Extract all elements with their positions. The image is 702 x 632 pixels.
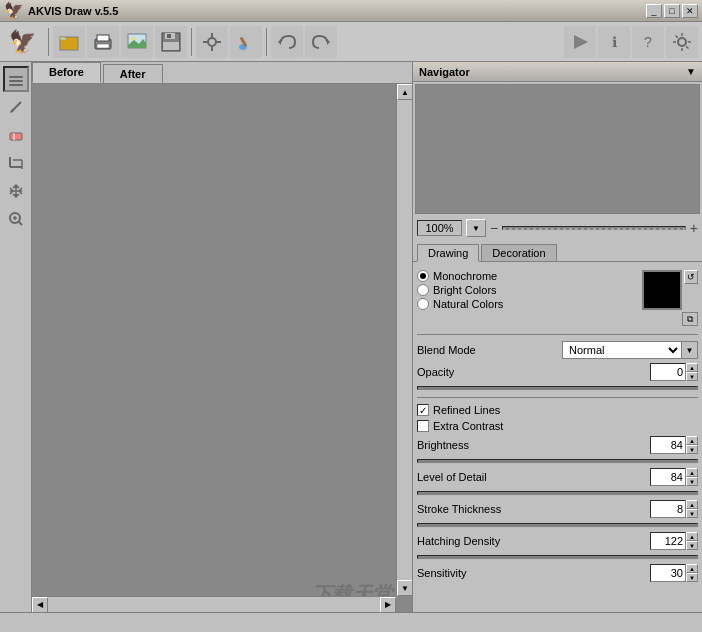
app-icon: 🦅 bbox=[4, 1, 24, 20]
svg-point-22 bbox=[678, 38, 686, 46]
run-button[interactable] bbox=[564, 26, 596, 58]
monochrome-radio[interactable] bbox=[417, 270, 429, 282]
stroke-thickness-label: Stroke Thickness bbox=[417, 503, 501, 515]
zoom-tool-button[interactable] bbox=[3, 206, 29, 232]
zoom-dropdown-button[interactable]: ▼ bbox=[466, 219, 486, 237]
scroll-right-button[interactable]: ▶ bbox=[380, 597, 396, 613]
color-mode-radio-group: Monochrome Bright Colors Natural Colors bbox=[417, 270, 634, 326]
brightness-input[interactable] bbox=[650, 436, 686, 454]
color-mode-section: Monochrome Bright Colors Natural Colors bbox=[417, 266, 698, 330]
extra-contrast-checkbox[interactable] bbox=[417, 420, 429, 432]
refined-lines-checkbox[interactable] bbox=[417, 404, 429, 416]
minimize-button[interactable]: _ bbox=[646, 4, 662, 18]
eraser-tool-button[interactable] bbox=[3, 122, 29, 148]
sensitivity-input[interactable] bbox=[650, 564, 686, 582]
level-of-detail-label: Level of Detail bbox=[417, 471, 487, 483]
hatching-density-spinner: ▲ ▼ bbox=[650, 532, 698, 550]
help-icon: ? bbox=[644, 34, 652, 50]
horizontal-scrollbar[interactable]: ◀ ▶ bbox=[32, 596, 396, 612]
bright-colors-option[interactable]: Bright Colors bbox=[417, 284, 634, 296]
navigator-preview bbox=[415, 84, 700, 214]
brush-button[interactable] bbox=[230, 26, 262, 58]
right-panel: Navigator ▼ 100% ▼ − + Drawing Decoratio… bbox=[412, 62, 702, 612]
hatching-density-label: Hatching Density bbox=[417, 535, 500, 547]
zoom-slider[interactable] bbox=[502, 226, 686, 230]
help-button[interactable]: ? bbox=[632, 26, 664, 58]
print-button[interactable] bbox=[87, 26, 119, 58]
refined-lines-row: Refined Lines bbox=[417, 402, 698, 418]
sensitivity-up-button[interactable]: ▲ bbox=[686, 564, 698, 573]
color-reset-button[interactable]: ↺ bbox=[684, 270, 698, 284]
sensitivity-down-button[interactable]: ▼ bbox=[686, 573, 698, 582]
stroke-thickness-down-button[interactable]: ▼ bbox=[686, 509, 698, 518]
brightness-row: Brightness ▲ ▼ bbox=[417, 434, 698, 456]
scroll-down-button[interactable]: ▼ bbox=[397, 580, 412, 596]
sensitivity-row: Sensitivity ▲ ▼ bbox=[417, 562, 698, 584]
opacity-slider[interactable] bbox=[417, 386, 698, 390]
blend-mode-select[interactable]: Normal bbox=[562, 341, 682, 359]
stroke-thickness-spinner: ▲ ▼ bbox=[650, 500, 698, 518]
redo-button[interactable] bbox=[305, 26, 337, 58]
brightness-down-button[interactable]: ▼ bbox=[686, 445, 698, 454]
svg-marker-20 bbox=[327, 39, 330, 45]
title-bar: 🦅 AKVIS Draw v.5.5 _ □ ✕ bbox=[0, 0, 702, 22]
pan-tool-button[interactable] bbox=[3, 178, 29, 204]
natural-colors-radio[interactable] bbox=[417, 298, 429, 310]
open-file-button[interactable] bbox=[53, 26, 85, 58]
blend-mode-dropdown[interactable]: ▼ bbox=[682, 341, 698, 359]
stroke-thickness-slider-row bbox=[417, 520, 698, 530]
stroke-thickness-slider[interactable] bbox=[417, 523, 698, 527]
after-tab[interactable]: After bbox=[103, 64, 163, 83]
hatching-density-input[interactable] bbox=[650, 532, 686, 550]
opacity-down-button[interactable]: ▼ bbox=[686, 372, 698, 381]
info-button[interactable]: ℹ bbox=[598, 26, 630, 58]
opacity-row: Opacity ▲ ▼ bbox=[417, 361, 698, 383]
settings-button[interactable] bbox=[196, 26, 228, 58]
save-button[interactable] bbox=[155, 26, 187, 58]
level-of-detail-slider[interactable] bbox=[417, 491, 698, 495]
copy-color-button[interactable]: ⧉ bbox=[682, 312, 698, 326]
opacity-spinner: ▲ ▼ bbox=[650, 363, 698, 381]
svg-rect-10 bbox=[167, 34, 171, 38]
pencil-tool-button[interactable] bbox=[3, 94, 29, 120]
opacity-input[interactable] bbox=[650, 363, 686, 381]
before-tab[interactable]: Before bbox=[32, 62, 101, 83]
stroke-thickness-input[interactable] bbox=[650, 500, 686, 518]
brightness-slider[interactable] bbox=[417, 459, 698, 463]
undo-button[interactable] bbox=[271, 26, 303, 58]
level-of-detail-input[interactable] bbox=[650, 468, 686, 486]
svg-rect-3 bbox=[97, 35, 109, 41]
svg-rect-11 bbox=[163, 42, 179, 50]
scroll-up-button[interactable]: ▲ bbox=[397, 84, 412, 100]
canvas-area: Before After 下载天堂 ▲ ▼ ◀ ▶ bbox=[32, 62, 412, 612]
stroke-thickness-up-button[interactable]: ▲ bbox=[686, 500, 698, 509]
natural-colors-option[interactable]: Natural Colors bbox=[417, 298, 634, 310]
scroll-left-button[interactable]: ◀ bbox=[32, 597, 48, 613]
hatching-density-slider[interactable] bbox=[417, 555, 698, 559]
close-button[interactable]: ✕ bbox=[682, 4, 698, 18]
decoration-tab[interactable]: Decoration bbox=[481, 244, 556, 261]
zoom-minus-button[interactable]: − bbox=[490, 220, 498, 236]
options-button[interactable] bbox=[666, 26, 698, 58]
monochrome-option[interactable]: Monochrome bbox=[417, 270, 634, 282]
hatching-density-up-button[interactable]: ▲ bbox=[686, 532, 698, 541]
hand-tool-button[interactable] bbox=[3, 66, 29, 92]
blend-mode-row: Blend Mode Normal ▼ bbox=[417, 339, 698, 361]
zoom-plus-button[interactable]: + bbox=[690, 220, 698, 236]
level-of-detail-up-button[interactable]: ▲ bbox=[686, 468, 698, 477]
level-of-detail-spinner: ▲ ▼ bbox=[650, 468, 698, 486]
level-of-detail-slider-row bbox=[417, 488, 698, 498]
opacity-up-button[interactable]: ▲ bbox=[686, 363, 698, 372]
open-image-button[interactable] bbox=[121, 26, 153, 58]
maximize-button[interactable]: □ bbox=[664, 4, 680, 18]
toolbar-separator-1 bbox=[48, 28, 49, 56]
drawing-tab[interactable]: Drawing bbox=[417, 244, 479, 262]
vertical-scrollbar[interactable]: ▲ ▼ bbox=[396, 84, 412, 596]
hatching-density-down-button[interactable]: ▼ bbox=[686, 541, 698, 550]
color-swatch[interactable] bbox=[642, 270, 682, 310]
main-area: Before After 下载天堂 ▲ ▼ ◀ ▶ Navigator ▼ bbox=[0, 62, 702, 612]
brightness-up-button[interactable]: ▲ bbox=[686, 436, 698, 445]
level-of-detail-down-button[interactable]: ▼ bbox=[686, 477, 698, 486]
bright-colors-radio[interactable] bbox=[417, 284, 429, 296]
crop-tool-button[interactable] bbox=[3, 150, 29, 176]
